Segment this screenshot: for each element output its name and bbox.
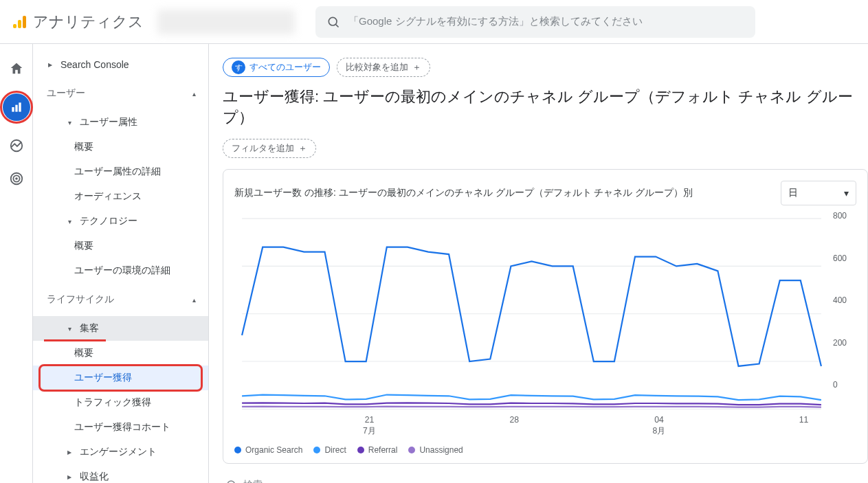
svg-text:21: 21 bbox=[365, 415, 375, 425]
sidebar-item-label: トラフィック獲得 bbox=[74, 396, 151, 409]
sidebar-item-label: ユーザー獲得 bbox=[74, 372, 132, 384]
sidebar-item-label: Search Console bbox=[60, 59, 129, 70]
sidebar-item-label: ユーザー属性の詳細 bbox=[74, 166, 161, 178]
sidebar-item-label: ユーザー獲得コホート bbox=[74, 421, 170, 434]
legend-label: Direct bbox=[324, 445, 346, 455]
sidebar-item-label: ユーザー属性 bbox=[80, 116, 137, 128]
add-filter-label: フィルタを追加 bbox=[232, 142, 294, 155]
chevron-right-icon: ▶ bbox=[66, 449, 73, 456]
sidebar-item[interactable]: 概要 bbox=[33, 234, 208, 258]
sidebar-item[interactable]: ユーザーの環境の詳細 bbox=[33, 258, 208, 283]
search-icon bbox=[225, 479, 238, 483]
chart-title: 新規ユーザー数 の推移: ユーザーの最初のメインのチャネル グループ（デフォルト… bbox=[234, 187, 693, 199]
legend-label: Unassigned bbox=[419, 445, 463, 455]
legend-item[interactable]: Direct bbox=[313, 445, 346, 455]
legend-item[interactable]: Organic Search bbox=[234, 445, 302, 455]
y-tick: 200 bbox=[833, 338, 847, 348]
logo-block: アナリティクス bbox=[11, 12, 144, 32]
property-selector[interactable] bbox=[157, 10, 295, 34]
sidebar-item[interactable]: ユーザー獲得コホート bbox=[33, 415, 208, 440]
segment-chips: す すべてのユーザー 比較対象を追加 ＋ bbox=[223, 58, 868, 77]
svg-rect-7 bbox=[19, 102, 21, 111]
sidebar-item[interactable]: ユーザー獲得 bbox=[33, 366, 208, 390]
legend-dot bbox=[357, 447, 364, 453]
chevron-right-icon: ▶ bbox=[66, 473, 73, 480]
legend-item[interactable]: Referral bbox=[357, 445, 398, 455]
sidebar-item-label: 概要 bbox=[74, 240, 93, 252]
sidebar-item-label: テクノロジー bbox=[80, 215, 137, 227]
chevron-down-icon: ▾ bbox=[66, 218, 73, 225]
svg-text:11: 11 bbox=[799, 415, 809, 425]
sidebar-item-label: 概要 bbox=[74, 141, 93, 153]
svg-text:28: 28 bbox=[509, 415, 519, 425]
segment-avatar: す bbox=[232, 60, 245, 74]
add-filter-chip[interactable]: フィルタを追加 ＋ bbox=[223, 139, 316, 158]
sidebar-item[interactable]: ユーザー▴ bbox=[33, 77, 208, 110]
sidebar-item[interactable]: オーディエンス bbox=[33, 184, 208, 209]
y-axis-labels: 8006004002000 bbox=[829, 211, 856, 390]
sidebar-item[interactable]: ▶収益化 bbox=[33, 464, 208, 483]
chevron-down-icon: ▾ bbox=[66, 325, 73, 332]
y-tick: 400 bbox=[833, 295, 847, 305]
svg-point-3 bbox=[329, 17, 337, 25]
search-placeholder: 「Google シグナルを有効にする方法」と検索してみてください bbox=[348, 15, 643, 28]
svg-line-4 bbox=[336, 24, 339, 27]
sidebar-item[interactable]: ▾テクノロジー bbox=[33, 209, 208, 234]
y-tick: 800 bbox=[833, 211, 847, 221]
add-comparison-label: 比較対象を追加 bbox=[346, 61, 408, 74]
add-comparison-chip[interactable]: 比較対象を追加 ＋ bbox=[337, 58, 430, 77]
svg-rect-0 bbox=[13, 24, 16, 28]
topbar: アナリティクス 「Google シグナルを有効にする方法」と検索してみてください bbox=[0, 0, 868, 44]
sidebar-item-label: 概要 bbox=[74, 347, 93, 359]
line-chart: 217月28048月11 bbox=[234, 211, 829, 440]
sidebar-item-label: 収益化 bbox=[80, 471, 109, 483]
nav-rail bbox=[0, 44, 33, 483]
svg-rect-5 bbox=[12, 107, 14, 112]
svg-text:04: 04 bbox=[654, 415, 664, 425]
sidebar-item-label: ユーザーの環境の詳細 bbox=[74, 265, 170, 277]
sidebar-item[interactable]: ▾集客 bbox=[33, 316, 208, 341]
legend-item[interactable]: Unassigned bbox=[408, 445, 463, 455]
sidebar-item-label: オーディエンス bbox=[74, 190, 142, 203]
search-icon bbox=[326, 15, 340, 29]
chevron-right-icon: ▶ bbox=[47, 61, 54, 68]
sidebar-item[interactable]: ユーザー属性の詳細 bbox=[33, 159, 208, 184]
advertising-icon[interactable] bbox=[8, 170, 25, 187]
segment-all-users[interactable]: す すべてのユーザー bbox=[223, 58, 330, 77]
table-search-placeholder: 検索... bbox=[243, 479, 271, 483]
chevron-up-icon: ▴ bbox=[190, 90, 197, 97]
explore-icon[interactable] bbox=[8, 137, 25, 154]
sidebar-item[interactable]: ▾ユーザー属性 bbox=[33, 110, 208, 135]
y-tick: 600 bbox=[833, 254, 847, 263]
chevron-down-icon: ▾ bbox=[844, 188, 849, 199]
svg-rect-1 bbox=[18, 20, 21, 28]
plus-icon: ＋ bbox=[298, 142, 307, 155]
global-search[interactable]: 「Google シグナルを有効にする方法」と検索してみてください bbox=[315, 6, 755, 38]
sidebar-item-label: エンゲージメント bbox=[80, 446, 157, 458]
svg-text:7月: 7月 bbox=[363, 426, 376, 436]
sidebar: ▶Search Consoleユーザー▴▾ユーザー属性概要ユーザー属性の詳細オー… bbox=[33, 44, 209, 483]
legend-dot bbox=[313, 447, 320, 453]
chevron-down-icon: ▾ bbox=[66, 119, 73, 126]
sidebar-item[interactable]: ▶エンゲージメント bbox=[33, 440, 208, 464]
sidebar-item[interactable]: 概要 bbox=[33, 135, 208, 159]
main-content: す すべてのユーザー 比較対象を追加 ＋ ユーザー獲得: ユーザーの最初のメイン… bbox=[209, 44, 868, 483]
table-search[interactable]: 検索... bbox=[223, 473, 868, 483]
svg-rect-2 bbox=[23, 16, 26, 28]
home-icon[interactable] bbox=[8, 60, 25, 77]
sidebar-item[interactable]: 概要 bbox=[33, 341, 208, 366]
y-tick: 0 bbox=[833, 380, 838, 390]
reports-icon[interactable] bbox=[3, 93, 30, 121]
granularity-select[interactable]: 日 ▾ bbox=[781, 181, 856, 205]
analytics-logo-icon bbox=[11, 14, 27, 30]
legend-label: Organic Search bbox=[245, 445, 302, 455]
chart-card: 新規ユーザー数 の推移: ユーザーの最初のメインのチャネル グループ（デフォルト… bbox=[223, 169, 868, 464]
sidebar-item[interactable]: トラフィック獲得 bbox=[33, 390, 208, 415]
app-title: アナリティクス bbox=[33, 12, 144, 32]
sidebar-item[interactable]: ▶Search Console bbox=[33, 52, 208, 77]
chart-legend: Organic SearchDirectReferralUnassigned bbox=[234, 445, 856, 455]
sidebar-item-label: ライフサイクル bbox=[47, 293, 114, 306]
sidebar-item[interactable]: ライフサイクル▴ bbox=[33, 283, 208, 316]
sidebar-item-label: 集客 bbox=[80, 322, 99, 335]
granularity-value: 日 bbox=[788, 187, 798, 199]
